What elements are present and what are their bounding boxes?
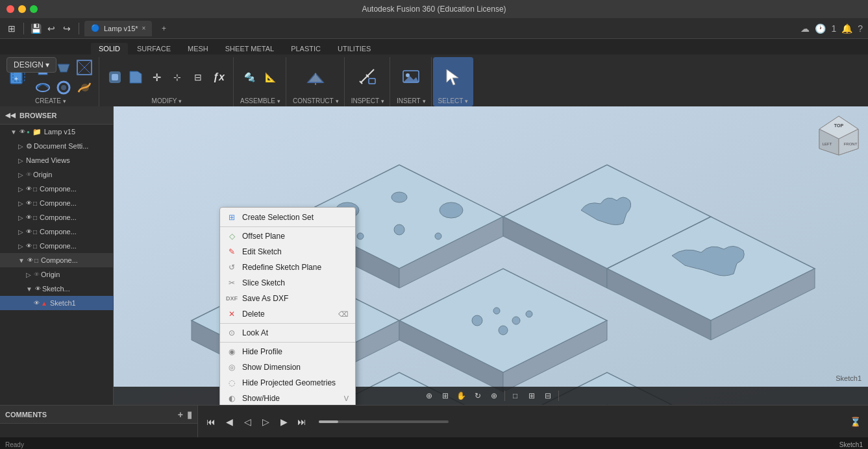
tab-utilities[interactable]: UTILITIES: [330, 43, 378, 55]
assemble-label[interactable]: ASSEMBLE ▾: [240, 97, 280, 106]
cm-hide-projected[interactable]: ◌ Hide Projected Geometries: [220, 375, 355, 391]
new-tab-button[interactable]: +: [157, 22, 170, 35]
browser-item-doc-settings[interactable]: ▷ ⚙ Document Setti...: [0, 139, 113, 153]
browser-item-comp3[interactable]: ▷ 👁 □ Compone...: [0, 210, 113, 224]
align-icon[interactable]: ⊹: [168, 68, 186, 86]
revolve-icon[interactable]: [34, 79, 52, 97]
modify-label[interactable]: MODIFY ▾: [152, 97, 182, 106]
cm-show-dimension[interactable]: ◎ Show Dimension: [220, 359, 355, 375]
fx-icon[interactable]: ƒx: [210, 68, 228, 86]
select-label[interactable]: SELECT ▾: [438, 97, 469, 106]
cm-slice-sketch[interactable]: ✂ Slice Sketch: [220, 275, 355, 291]
browser-item-comp4[interactable]: ▷ 👁 □ Compone...: [0, 224, 113, 239]
save-icon[interactable]: 💾: [29, 22, 42, 35]
construct-plane-icon[interactable]: [304, 66, 327, 89]
loft-icon[interactable]: [55, 58, 73, 77]
insert-image-icon[interactable]: [399, 66, 423, 89]
browser-item-comp1[interactable]: ▷ 👁 □ Compone...: [0, 182, 113, 196]
coil-icon[interactable]: [75, 79, 93, 97]
eye-icon11[interactable]: 👁: [34, 300, 40, 306]
tab-plastic[interactable]: PLASTIC: [283, 43, 329, 55]
fillet-icon[interactable]: [106, 68, 124, 86]
browser-item-comp6[interactable]: ▼ 👁 □ Compone...: [0, 253, 113, 267]
eye-icon8[interactable]: 👁: [27, 257, 33, 263]
cm-save-dxf[interactable]: DXF Save As DXF: [220, 291, 355, 306]
timeline-scrubber[interactable]: [319, 420, 449, 423]
browser-item-origin2[interactable]: ▷ 👁 Origin: [0, 267, 113, 282]
move-icon[interactable]: ✛: [147, 68, 166, 86]
cm-edit-sketch[interactable]: ✎ Edit Sketch: [220, 244, 355, 260]
browser-item-origin[interactable]: ▷ 👁 Origin: [0, 167, 113, 182]
joint-icon[interactable]: 🔩: [241, 68, 259, 86]
display-icon[interactable]: ⊞: [438, 389, 453, 403]
eye-icon9[interactable]: 👁: [34, 271, 40, 278]
grid-icon[interactable]: ⊞: [5, 22, 18, 35]
eye-icon3[interactable]: 👁: [26, 186, 32, 192]
measure-icon[interactable]: [356, 66, 379, 89]
browser-item-sketch-folder[interactable]: ▼ 👁 Sketch...: [0, 282, 113, 296]
cm-create-selection-set[interactable]: ⊞ Create Selection Set: [220, 210, 355, 225]
inspect-label[interactable]: INSPECT ▾: [351, 97, 384, 106]
close-button[interactable]: [6, 5, 14, 13]
tab-close-btn[interactable]: ×: [142, 25, 146, 32]
insert-label[interactable]: INSERT ▾: [397, 97, 426, 106]
eye-icon10[interactable]: 👁: [35, 285, 41, 292]
viewport[interactable]: TOP LEFT FRONT ⊞ Create Selection Set ◇ …: [114, 106, 868, 405]
first-frame-icon[interactable]: ⏮: [203, 414, 219, 430]
shell-icon[interactable]: [55, 79, 73, 97]
tab-surface[interactable]: SURFACE: [129, 43, 179, 55]
undo-icon[interactable]: ↩: [45, 22, 58, 35]
browser-item-comp2[interactable]: ▷ 👁 □ Compone...: [0, 196, 113, 210]
cm-delete[interactable]: ✕ Delete ⌫: [220, 306, 355, 322]
cloud-sync-icon[interactable]: ☁: [800, 23, 810, 34]
prev-frame-icon[interactable]: ◀: [221, 414, 237, 430]
step-forward-icon[interactable]: ▷: [258, 414, 273, 430]
tab-solid[interactable]: SOLID: [91, 43, 128, 55]
tab-mesh[interactable]: MESH: [180, 43, 216, 55]
eye-icon[interactable]: 👁: [19, 128, 25, 135]
step-back-icon[interactable]: ◁: [240, 414, 255, 430]
bell-icon[interactable]: 🔔: [841, 23, 852, 34]
question-icon[interactable]: ?: [858, 23, 863, 34]
cm-offset-plane[interactable]: ◇ Offset Plane: [220, 228, 355, 244]
next-frame-icon[interactable]: ▶: [276, 414, 291, 430]
browser-collapse-icon[interactable]: ◀◀: [5, 112, 16, 119]
sketch-icon[interactable]: [75, 58, 93, 77]
split-icon[interactable]: ⊟: [189, 68, 207, 86]
tab-sheet-metal[interactable]: SHEET METAL: [217, 43, 282, 55]
collapse-comments-icon[interactable]: ▮: [187, 409, 192, 420]
clock-icon[interactable]: 🕐: [815, 23, 826, 34]
orbit-icon[interactable]: ↻: [471, 389, 485, 403]
file-tab[interactable]: 🔵 Lamp v15* ×: [84, 21, 152, 36]
cm-redefine-sketch-plane[interactable]: ↺ Redefine Sketch Plane: [220, 260, 355, 275]
minimize-button[interactable]: [18, 5, 26, 13]
chamfer-icon[interactable]: [127, 68, 145, 86]
browser-item-named-views[interactable]: ▷ Named Views: [0, 153, 113, 167]
eye-icon7[interactable]: 👁: [26, 243, 32, 249]
design-dropdown[interactable]: DESIGN ▾: [6, 57, 56, 73]
as-built-joint-icon[interactable]: 📐: [262, 68, 280, 86]
create-label[interactable]: CREATE ▾: [35, 97, 66, 106]
pan-icon[interactable]: ✋: [454, 389, 469, 403]
cm-look-at[interactable]: ⊙ Look At: [220, 325, 355, 341]
maximize-button[interactable]: [30, 5, 38, 13]
browser-item-comp5[interactable]: ▷ 👁 □ Compone...: [0, 239, 113, 253]
construct-label[interactable]: CONSTRUCT ▾: [293, 97, 339, 106]
nav-cube[interactable]: TOP LEFT FRONT: [816, 113, 862, 158]
more-display-icon[interactable]: ⊟: [541, 389, 555, 403]
add-comment-icon[interactable]: +: [178, 409, 183, 420]
redo-icon[interactable]: ↪: [60, 22, 73, 35]
grid-toggle-icon[interactable]: ⊞: [525, 389, 539, 403]
browser-item-lamp[interactable]: ▼ 👁 ● 📁 Lamp v15: [0, 125, 113, 139]
display-mode-icon[interactable]: □: [508, 389, 523, 403]
last-frame-icon[interactable]: ⏭: [294, 414, 310, 430]
browser-item-sketch1[interactable]: 👁 ▲ Sketch1: [0, 296, 113, 310]
eye-icon2[interactable]: 👁: [26, 171, 32, 178]
eye-icon6[interactable]: 👁: [26, 228, 32, 235]
zoom-icon[interactable]: ⊕: [487, 389, 501, 403]
bt-end-icon[interactable]: ⌛: [847, 414, 863, 430]
snap-icon[interactable]: ⊕: [422, 389, 436, 403]
eye-icon5[interactable]: 👁: [26, 214, 32, 221]
select-cursor-icon[interactable]: [441, 66, 465, 89]
cm-show-hide[interactable]: ◐ Show/Hide V: [220, 391, 355, 405]
